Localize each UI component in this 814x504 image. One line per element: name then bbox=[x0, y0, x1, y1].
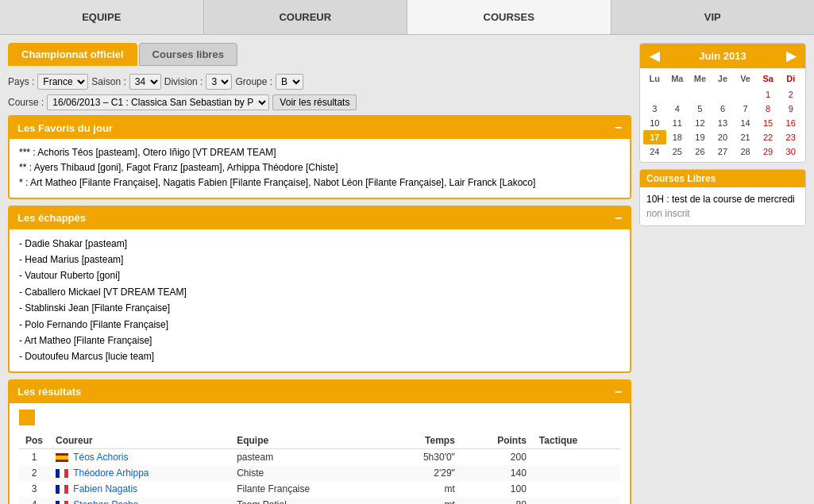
division-label: Division : bbox=[164, 76, 203, 87]
list-item: - Caballero Mickael [VT DREAM TEAM] bbox=[19, 284, 620, 300]
left-panel: Championnat officiel Courses libres Pays… bbox=[8, 43, 631, 504]
list-item: - Art Matheo [Filante Française] bbox=[19, 333, 620, 348]
echappes-list: - Dadie Shakar [pasteam] - Head Marius [… bbox=[19, 236, 620, 365]
division-select[interactable]: 3 bbox=[206, 74, 232, 90]
cal-day[interactable]: 12 bbox=[689, 116, 712, 130]
list-item: - Doutoufeu Marcus [lucie team] bbox=[19, 348, 620, 364]
groupe-select[interactable]: B bbox=[276, 74, 303, 90]
calendar-title: Juin 2013 bbox=[699, 50, 746, 62]
resultats-title: Les résultats bbox=[17, 386, 81, 398]
cal-day[interactable]: 24 bbox=[643, 144, 666, 159]
calendar-grid: Lu Ma Me Je Ve Sa Di 1234567891011121314… bbox=[640, 68, 805, 162]
favoris-title: Les Favoris du jour bbox=[17, 122, 113, 134]
cal-day[interactable]: 4 bbox=[666, 102, 689, 116]
cal-prev-button[interactable]: ◀ bbox=[645, 48, 664, 63]
cal-day[interactable]: 11 bbox=[666, 116, 689, 130]
cal-day[interactable]: 5 bbox=[689, 102, 712, 116]
tab-championnat[interactable]: Championnat officiel bbox=[8, 43, 137, 66]
cal-day[interactable]: 28 bbox=[734, 144, 757, 159]
list-item: - Dadie Shakar [pasteam] bbox=[19, 236, 620, 252]
cal-day[interactable]: 7 bbox=[734, 102, 757, 116]
pays-select[interactable]: France bbox=[37, 74, 88, 90]
nav-equipe[interactable]: EQUIPE bbox=[0, 0, 204, 34]
nav-vip[interactable]: VIP bbox=[611, 0, 815, 34]
cal-day[interactable]: 29 bbox=[757, 144, 780, 159]
resultats-section: Les résultats − Pos Coureur Equipe Temps… bbox=[8, 379, 631, 504]
coureur-link[interactable]: Téos Achoris bbox=[73, 452, 128, 463]
cal-day[interactable]: 1 bbox=[757, 87, 780, 102]
favoris-collapse[interactable]: − bbox=[615, 121, 622, 135]
cell-points: 100 bbox=[461, 481, 533, 497]
cal-header-je: Je bbox=[712, 71, 735, 86]
cal-day[interactable]: 26 bbox=[689, 144, 712, 159]
cal-day[interactable]: 15 bbox=[757, 116, 780, 130]
cal-header-ve: Ve bbox=[734, 71, 757, 86]
top-nav: EQUIPE COUREUR COURSES VIP bbox=[0, 0, 814, 35]
cal-day[interactable]: 17 bbox=[643, 130, 666, 144]
col-pos: Pos bbox=[19, 433, 49, 449]
nav-coureur[interactable]: COUREUR bbox=[204, 0, 408, 34]
coureur-link[interactable]: Théodore Arhippa bbox=[73, 467, 149, 479]
cell-coureur: Théodore Arhippa bbox=[49, 465, 230, 481]
cell-tactique bbox=[533, 497, 620, 504]
cal-day[interactable]: 10 bbox=[643, 116, 666, 130]
cal-day[interactable]: 6 bbox=[712, 102, 735, 116]
echappes-title: Les échappés bbox=[17, 212, 86, 224]
favoris-body: *** : Achoris Téos [pasteam], Otero Iñig… bbox=[10, 139, 630, 198]
tab-courses-libres[interactable]: Courses libres bbox=[139, 43, 237, 66]
calendar-box: ◀ Juin 2013 ▶ Lu Ma Me Je Ve Sa Di 12345… bbox=[639, 43, 806, 163]
cal-day bbox=[734, 87, 757, 102]
calendar-header: ◀ Juin 2013 ▶ bbox=[640, 44, 805, 68]
export-icon[interactable] bbox=[19, 410, 35, 425]
cal-next-button[interactable]: ▶ bbox=[781, 48, 800, 63]
cal-day[interactable]: 23 bbox=[779, 130, 802, 144]
cl-line2: non inscrit bbox=[646, 206, 799, 221]
col-equipe: Equipe bbox=[230, 433, 385, 449]
nav-courses[interactable]: COURSES bbox=[407, 0, 611, 34]
cal-day bbox=[689, 87, 712, 102]
list-item: - Vautour Ruberto [goni] bbox=[19, 267, 620, 283]
table-row: 4 Stephan Pacha Team Patjal mt 80 bbox=[19, 497, 620, 504]
saison-select[interactable]: 34 bbox=[129, 74, 161, 90]
list-item: - Stablinski Jean [Filante Française] bbox=[19, 300, 620, 316]
coureur-link[interactable]: Fabien Nagatis bbox=[73, 483, 137, 494]
cal-day[interactable]: 22 bbox=[757, 130, 780, 144]
echappes-section: Les échappés − - Dadie Shakar [pasteam] … bbox=[8, 206, 631, 373]
favoris-line-1: *** : Achoris Téos [pasteam], Otero Iñig… bbox=[19, 145, 620, 160]
course-select[interactable]: 16/06/2013 – C1 : Classica San Sebastian… bbox=[47, 94, 269, 110]
cal-day bbox=[643, 87, 666, 102]
cal-day[interactable]: 19 bbox=[689, 130, 712, 144]
list-item: - Head Marius [pasteam] bbox=[19, 252, 620, 267]
echappes-collapse[interactable]: − bbox=[615, 211, 622, 225]
cell-coureur: Fabien Nagatis bbox=[49, 481, 230, 497]
flag-icon bbox=[56, 453, 68, 462]
coureur-link[interactable]: Stephan Pacha bbox=[73, 499, 138, 504]
cal-day[interactable]: 20 bbox=[712, 130, 735, 144]
cal-day[interactable]: 13 bbox=[712, 116, 735, 130]
cell-temps: mt bbox=[385, 497, 461, 504]
cell-temps: 5h30'0" bbox=[385, 448, 461, 465]
cal-day[interactable]: 8 bbox=[757, 102, 780, 116]
cl-line1: 10H : test de la course de mercredi bbox=[646, 192, 799, 206]
cal-day[interactable]: 21 bbox=[734, 130, 757, 144]
cal-day[interactable]: 25 bbox=[666, 144, 689, 159]
cal-day[interactable]: 30 bbox=[779, 144, 802, 159]
cell-tactique bbox=[533, 465, 620, 481]
cal-day[interactable]: 3 bbox=[643, 102, 666, 116]
voir-resultats-button[interactable]: Voir les résultats bbox=[272, 94, 357, 110]
cal-day[interactable]: 18 bbox=[666, 130, 689, 144]
cal-day bbox=[712, 87, 735, 102]
course-label: Course : bbox=[8, 97, 44, 108]
cal-day[interactable]: 27 bbox=[712, 144, 735, 159]
saison-label: Saison : bbox=[91, 76, 125, 87]
cal-day[interactable]: 14 bbox=[734, 116, 757, 130]
cell-points: 140 bbox=[461, 465, 533, 481]
echappes-body: - Dadie Shakar [pasteam] - Head Marius [… bbox=[10, 229, 630, 371]
resultats-collapse[interactable]: − bbox=[615, 385, 622, 399]
cal-day[interactable]: 16 bbox=[779, 116, 802, 130]
favoris-line-2: ** : Ayers Thibaud [goni], Fagot Franz [… bbox=[19, 160, 620, 175]
right-panel: ◀ Juin 2013 ▶ Lu Ma Me Je Ve Sa Di 12345… bbox=[639, 43, 806, 504]
cal-days-header: Lu Ma Me Je Ve Sa Di bbox=[643, 71, 802, 86]
cal-day[interactable]: 2 bbox=[779, 87, 802, 102]
cal-day[interactable]: 9 bbox=[779, 102, 802, 116]
